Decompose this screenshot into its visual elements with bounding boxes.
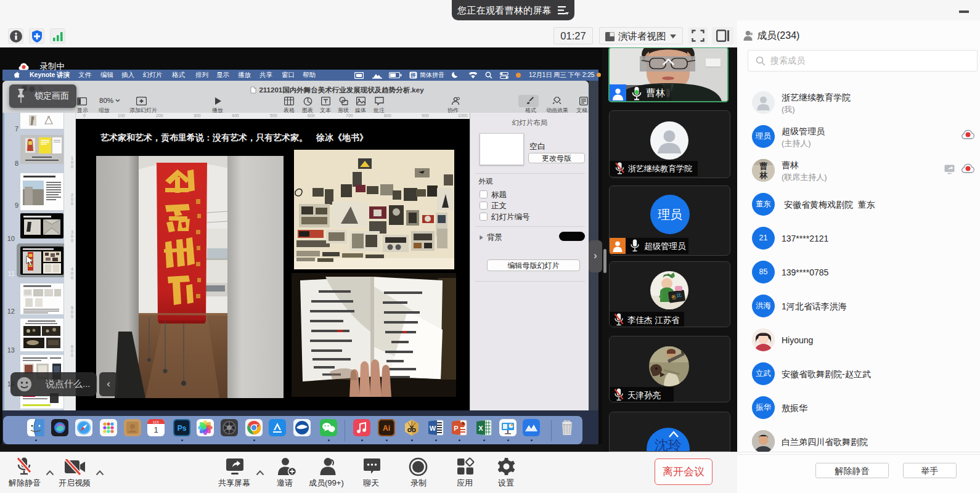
svg-text:Ps: Ps bbox=[178, 424, 187, 433]
svg-text:Ai: Ai bbox=[383, 424, 390, 433]
svg-text:P: P bbox=[454, 425, 458, 432]
svg-text:X: X bbox=[478, 425, 483, 432]
svg-text:林: 林 bbox=[759, 171, 769, 180]
svg-text:12月: 12月 bbox=[153, 420, 160, 425]
svg-text:W: W bbox=[430, 425, 436, 432]
svg-text:曹: 曹 bbox=[759, 161, 768, 171]
svg-text:拼: 拼 bbox=[410, 72, 416, 78]
svg-text:1: 1 bbox=[153, 425, 158, 434]
svg-text:比: 比 bbox=[676, 292, 682, 298]
